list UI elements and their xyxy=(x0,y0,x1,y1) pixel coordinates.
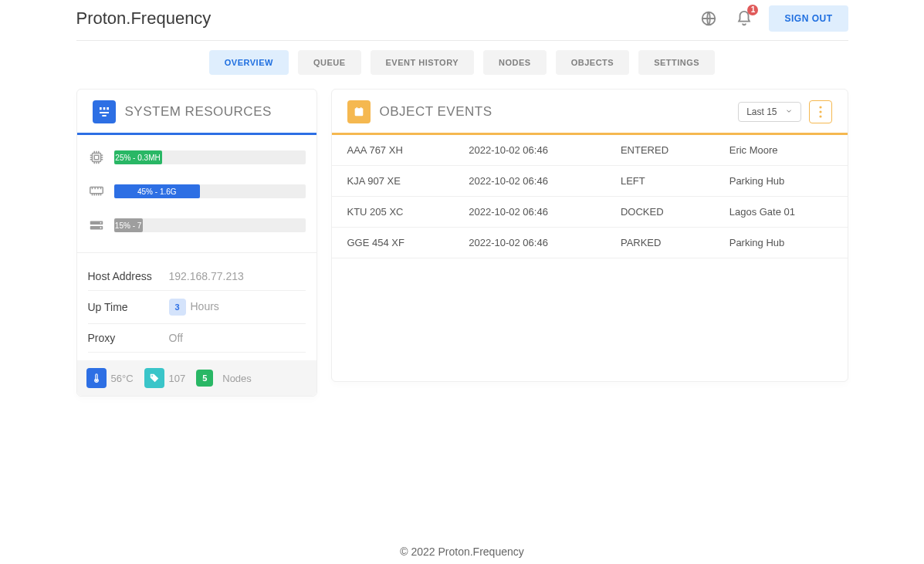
memory-meter-label: 45% - 1.6G xyxy=(133,187,181,196)
cell-location: Eric Moore xyxy=(714,135,848,166)
nodes-label: Nodes xyxy=(222,373,252,384)
detail-proxy-value: Off xyxy=(169,332,183,344)
table-row[interactable]: GGE 454 XF 2022-10-02 06:46 PARKED Parki… xyxy=(332,228,848,258)
cell-time: 2022-10-02 06:46 xyxy=(453,135,605,166)
cpu-meter-label: 25% - 0.3MH xyxy=(110,154,164,162)
uptime-badge: 3 xyxy=(169,299,186,316)
cell-time: 2022-10-02 06:46 xyxy=(453,166,605,197)
cpu-meter-row: 25% - 0.3MH xyxy=(88,149,306,166)
system-resources-title: SYSTEM RESOURCES xyxy=(125,104,272,120)
cell-time: 2022-10-02 06:46 xyxy=(453,228,605,258)
system-resources-card: SYSTEM RESOURCES 25% - 0.3MH xyxy=(76,89,317,397)
notification-badge: 1 xyxy=(747,5,758,15)
tab-nodes[interactable]: NODES xyxy=(483,50,547,75)
tags-value: 107 xyxy=(169,373,186,384)
temp-item: 56°C xyxy=(86,368,134,388)
signout-button[interactable]: SIGN OUT xyxy=(769,5,848,32)
nodes-badge: 5 xyxy=(196,370,213,387)
nodes-item: 5 Nodes xyxy=(196,370,252,387)
object-events-actions: Last 15 xyxy=(738,100,831,123)
detail-host-value: 192.168.77.213 xyxy=(169,270,244,282)
footer-badges: 56°C 107 5 Nodes xyxy=(77,360,316,396)
header: Proton.Frequency 1 SIGN OUT xyxy=(76,0,848,37)
svg-rect-5 xyxy=(102,115,106,117)
filter-selected: Last 15 xyxy=(746,106,777,117)
details-list: Host Address 192.168.77.213 Up Time 3Hou… xyxy=(77,253,316,360)
tag-icon xyxy=(144,368,164,388)
table-row[interactable]: KTU 205 XC 2022-10-02 06:46 DOCKED Lagos… xyxy=(332,197,848,228)
cell-object: AAA 767 XH xyxy=(332,135,454,166)
object-events-header: OBJECT EVENTS Last 15 xyxy=(332,89,848,133)
disk-meter-row: 15% - 7 xyxy=(88,217,306,234)
filter-select[interactable]: Last 15 xyxy=(738,102,800,122)
cell-object: KJA 907 XE xyxy=(332,166,454,197)
svg-rect-7 xyxy=(94,155,99,160)
content: SYSTEM RESOURCES 25% - 0.3MH xyxy=(76,89,848,397)
disk-meter-label: 15% - 7 xyxy=(110,221,146,230)
svg-point-17 xyxy=(819,106,821,108)
chart-icon xyxy=(93,100,116,123)
detail-host: Host Address 192.168.77.213 xyxy=(88,262,306,291)
table-row[interactable]: KJA 907 XE 2022-10-02 06:46 LEFT Parking… xyxy=(332,166,848,197)
svg-rect-4 xyxy=(100,112,109,113)
tabs: OVERVIEW QUEUE EVENT HISTORY NODES OBJEC… xyxy=(76,50,848,75)
memory-meter-bar: 45% - 1.6G xyxy=(114,184,306,198)
disk-meter-fill: 15% - 7 xyxy=(114,218,143,232)
meters: 25% - 0.3MH 45% - 1.6G xyxy=(77,135,316,252)
detail-proxy-label: Proxy xyxy=(88,332,169,344)
detail-proxy: Proxy Off xyxy=(88,324,306,353)
disk-meter-bar: 15% - 7 xyxy=(114,218,306,232)
svg-point-12 xyxy=(100,227,101,228)
calendar-icon xyxy=(347,100,371,123)
memory-meter-fill: 45% - 1.6G xyxy=(114,184,201,198)
svg-point-18 xyxy=(819,110,821,113)
temp-value: 56°C xyxy=(111,373,134,384)
svg-rect-6 xyxy=(92,154,100,162)
detail-uptime-value: 3Hours xyxy=(169,299,219,316)
tab-queue[interactable]: QUEUE xyxy=(298,50,361,75)
detail-uptime: Up Time 3Hours xyxy=(88,291,306,324)
svg-point-13 xyxy=(95,380,96,381)
thermometer-icon xyxy=(86,368,107,388)
cell-status: DOCKED xyxy=(605,197,714,228)
detail-uptime-label: Up Time xyxy=(88,301,169,313)
tab-event-history[interactable]: EVENT HISTORY xyxy=(371,50,475,75)
svg-point-19 xyxy=(819,115,821,117)
detail-host-label: Host Address xyxy=(88,270,169,282)
memory-meter-row: 45% - 1.6G xyxy=(88,183,306,200)
tab-objects[interactable]: OBJECTS xyxy=(556,50,629,75)
svg-point-11 xyxy=(100,222,101,224)
memory-icon xyxy=(88,183,105,200)
tab-overview[interactable]: OVERVIEW xyxy=(209,50,289,75)
bell-icon[interactable]: 1 xyxy=(733,8,755,29)
page-footer: © 2022 Proton.Frequency xyxy=(0,545,924,558)
cell-location: Parking Hub xyxy=(714,166,848,197)
cell-object: KTU 205 XC xyxy=(332,197,454,228)
svg-rect-2 xyxy=(103,107,105,110)
svg-rect-3 xyxy=(107,107,109,110)
cell-status: LEFT xyxy=(605,166,714,197)
cell-location: Lagos Gate 01 xyxy=(714,197,848,228)
header-divider xyxy=(76,40,848,41)
cpu-meter-bar: 25% - 0.3MH xyxy=(114,150,306,164)
svg-rect-1 xyxy=(100,107,102,110)
uptime-text: Hours xyxy=(191,300,219,312)
object-events-title: OBJECT EVENTS xyxy=(380,104,492,120)
brand-title: Proton.Frequency xyxy=(76,8,212,29)
tab-settings[interactable]: SETTINGS xyxy=(638,50,715,75)
events-table: AAA 767 XH 2022-10-02 06:46 ENTERED Eric… xyxy=(332,135,848,258)
cpu-icon xyxy=(88,149,105,166)
cpu-meter-fill: 25% - 0.3MH xyxy=(114,150,162,164)
header-actions: 1 SIGN OUT xyxy=(698,5,848,32)
table-row[interactable]: AAA 767 XH 2022-10-02 06:46 ENTERED Eric… xyxy=(332,135,848,166)
object-events-card: OBJECT EVENTS Last 15 xyxy=(331,89,848,382)
svg-rect-16 xyxy=(354,108,363,110)
tags-item: 107 xyxy=(144,368,186,388)
cell-location: Parking Hub xyxy=(714,228,848,258)
more-button[interactable] xyxy=(809,100,832,123)
system-resources-header: SYSTEM RESOURCES xyxy=(77,89,316,133)
cell-status: ENTERED xyxy=(605,135,714,166)
disk-icon xyxy=(88,217,105,234)
cell-status: PARKED xyxy=(605,228,714,258)
globe-icon[interactable] xyxy=(698,8,719,29)
